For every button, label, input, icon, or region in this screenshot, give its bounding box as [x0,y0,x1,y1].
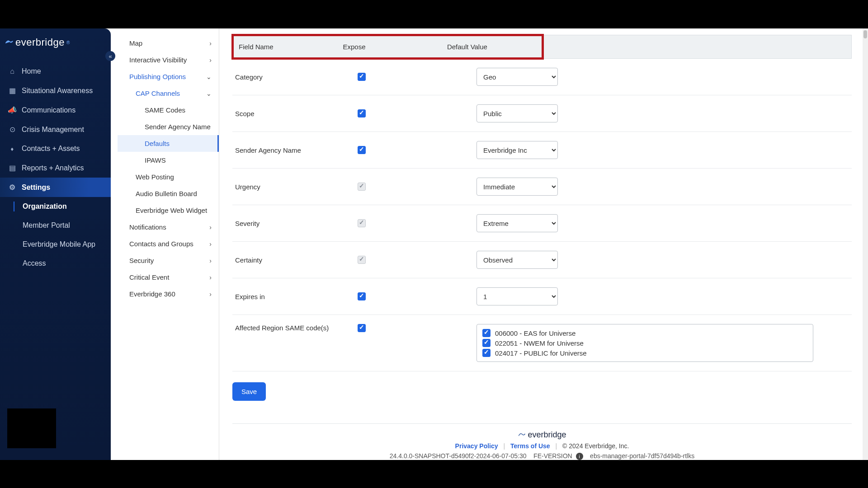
vertical-scrollbar[interactable] [863,28,868,460]
tree-label: Defaults [145,140,170,147]
footer-separator: | [500,442,509,450]
nav-communications[interactable]: 📣 Communications [0,100,111,120]
tree-security[interactable]: Security › [118,252,219,269]
field-row: ScopePublic [232,95,852,132]
subnav-member-portal[interactable]: Member Portal [4,216,111,235]
chevron-down-icon: ⌄ [206,73,212,80]
tree-audio-bulletin-board[interactable]: Audio Bulletin Board [118,185,219,202]
footer-links: Privacy Policy | Terms of Use | © 2024 E… [232,442,852,450]
chevron-right-icon: › [209,56,212,64]
chevron-down-icon: ⌄ [206,90,212,97]
megaphone-icon: 📣 [8,106,16,114]
tree-cap-channels[interactable]: CAP Channels ⌄ [118,85,219,102]
info-icon[interactable]: i [576,453,583,460]
nav-settings[interactable]: ⚙ Settings [0,178,111,197]
chevron-right-icon: › [209,257,212,264]
tree-everbridge-360[interactable]: Everbridge 360 › [118,286,219,302]
nav-crisis-management[interactable]: ⊙ Crisis Management [0,120,111,139]
expose-checkbox[interactable] [358,146,366,154]
scrollbar-thumb[interactable] [863,30,867,38]
tree-publishing-options[interactable]: Publishing Options ⌄ [118,68,219,85]
default-value-select[interactable]: 1 [476,287,558,305]
field-label: Expires in [232,293,357,300]
subnav-organization[interactable]: Organization [4,197,111,216]
brand-name: everbridge [15,37,65,48]
sidebar-collapse-button[interactable]: « [105,51,115,61]
th-default-value: Default Value [442,36,542,58]
tree-critical-event[interactable]: Critical Event › [118,269,219,286]
tree-sender-agency-name[interactable]: Sender Agency Name [118,118,219,135]
expose-checkbox[interactable] [358,109,366,117]
alert-icon: ⊙ [8,125,16,134]
default-value-select[interactable]: Extreme [476,214,558,232]
default-value-select[interactable]: Everbridge Inc [476,141,558,159]
default-value-select[interactable]: Public [476,104,558,122]
subnav-mobile-app[interactable]: Everbridge Mobile App [4,235,111,254]
footer-build-line: 24.4.0.0-SNAPSHOT-d5490f2-2024-06-07-05:… [232,452,852,460]
nav-label: Access [23,259,46,267]
terms-of-use-link[interactable]: Terms of Use [510,442,550,450]
field-label: Affected Region SAME code(s) [232,324,357,332]
expose-checkbox-same[interactable] [358,324,366,332]
nav-situational-awareness[interactable]: ▦ Situational Awareness [0,81,111,100]
brand-logo: everbridge® [0,28,111,53]
field-label: Category [232,73,357,81]
nav-label: Communications [22,106,75,114]
page-footer: everbridge Privacy Policy | Terms of Use… [232,423,852,460]
nav-home[interactable]: ⌂ Home [0,62,111,81]
tree-interactive-visibility[interactable]: Interactive Visibility › [118,52,219,68]
nav-label: Everbridge Mobile App [23,240,95,249]
save-button[interactable]: Save [232,382,266,401]
tree-label: Everbridge 360 [129,290,175,298]
nav-contacts-assets[interactable]: ⬧ Contacts + Assets [0,139,111,158]
settings-subnav: Organization Member Portal Everbridge Mo… [0,197,111,273]
privacy-policy-link[interactable]: Privacy Policy [455,442,498,450]
same-code-label: 022051 - NWEM for Universe [495,339,584,347]
default-value-select[interactable]: Observed [476,251,558,269]
same-code-checkbox[interactable] [482,339,491,347]
same-code-label: 024017 - PUBLIC for Universe [495,349,587,357]
nav-reports-analytics[interactable]: ▤ Reports + Analytics [0,158,111,178]
nav-label: Reports + Analytics [22,164,84,172]
subnav-access[interactable]: Access [4,254,111,273]
chevron-right-icon: › [209,291,212,298]
footer-brand-name: everbridge [528,430,566,440]
tree-label: Everbridge Web Widget [136,206,207,214]
default-value-select[interactable]: Geo [476,68,558,86]
expose-checkbox[interactable] [358,292,366,300]
tree-defaults[interactable]: Defaults [118,135,219,152]
settings-tree: Map › Interactive Visibility › Publishin… [118,28,219,460]
tree-same-codes[interactable]: SAME Codes [118,102,219,118]
tree-everbridge-web-widget[interactable]: Everbridge Web Widget [118,202,219,219]
tree-notifications[interactable]: Notifications › [118,219,219,235]
tree-label: Audio Bulletin Board [136,190,197,197]
field-row: CertaintyObserved [232,242,852,278]
same-code-line: 024017 - PUBLIC for Universe [482,348,807,358]
defaults-rows: CategoryGeoScopePublicSender Agency Name… [232,59,852,315]
field-row: CategoryGeo [232,59,852,95]
copyright-text: © 2024 Everbridge, Inc. [562,442,629,450]
tree-contacts-groups[interactable]: Contacts and Groups › [118,235,219,252]
pin-icon: ⬧ [8,145,16,153]
th-expose: Expose [337,36,441,58]
home-icon: ⌂ [8,67,16,75]
same-code-checkbox[interactable] [482,329,491,337]
tree-label: Security [129,257,154,264]
everbridge-mark-icon [5,38,14,47]
tree-label: Interactive Visibility [129,56,187,64]
field-row: Sender Agency NameEverbridge Inc [232,132,852,169]
expose-checkbox[interactable] [358,73,366,81]
tree-ipaws[interactable]: IPAWS [118,152,219,169]
tree-label: CAP Channels [136,89,180,97]
same-code-checkbox[interactable] [482,349,491,357]
nav-label: Organization [23,202,67,211]
nav-label: Settings [22,183,50,192]
default-value-select[interactable]: Immediate [476,178,558,196]
tree-map[interactable]: Map › [118,35,219,52]
chevron-right-icon: › [209,224,212,231]
field-label: Severity [232,220,357,227]
footer-brand: everbridge [518,430,566,440]
tree-web-posting[interactable]: Web Posting [118,169,219,185]
tree-label: SAME Codes [145,106,185,114]
sidebar-footer-box [7,408,56,448]
